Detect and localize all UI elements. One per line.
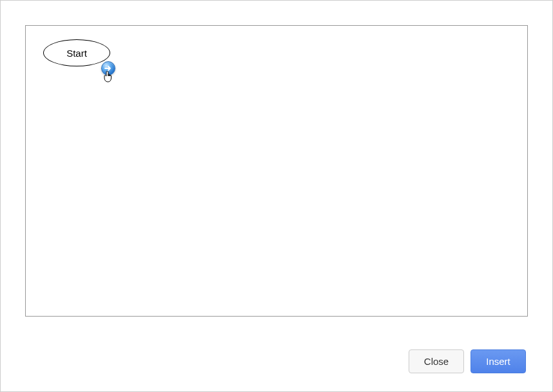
start-node-label: Start	[66, 48, 87, 59]
insert-button[interactable]: Insert	[471, 349, 526, 373]
arrow-right-icon	[104, 64, 112, 72]
arrow-handle[interactable]	[101, 61, 115, 75]
dialog-panel: Start Close Insert	[3, 3, 550, 389]
outer-frame: Start Close Insert	[0, 0, 553, 392]
diagram-canvas[interactable]: Start	[25, 25, 528, 317]
start-node[interactable]: Start	[43, 39, 110, 66]
close-button[interactable]: Close	[409, 349, 464, 373]
button-row: Close Insert	[409, 349, 526, 373]
